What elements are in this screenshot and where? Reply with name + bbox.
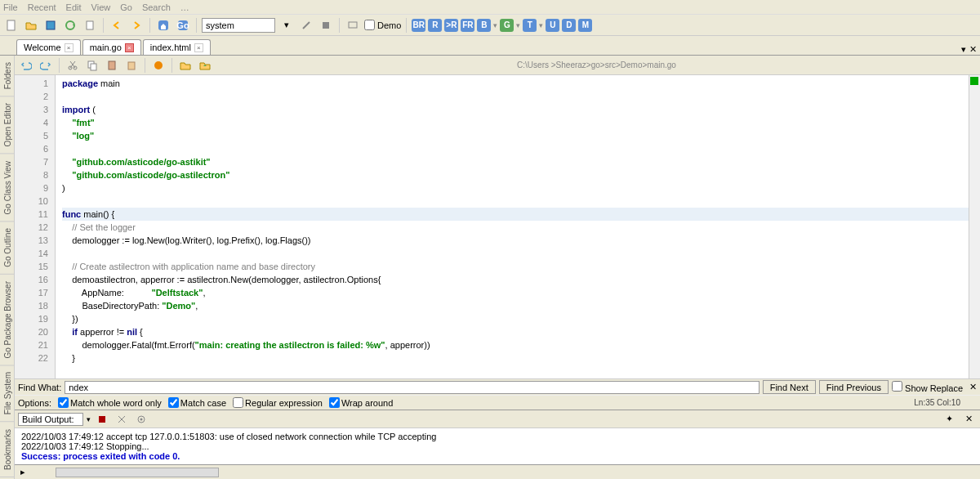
wrap-checkbox[interactable]: Wrap around	[329, 397, 393, 408]
menu-file[interactable]: File	[3, 2, 18, 12]
build-output[interactable]: 2022/10/03 17:49:12 accept tcp 127.0.0.1…	[15, 428, 980, 464]
demo-checkbox[interactable]: Demo	[364, 20, 401, 30]
toolbar-badge-b[interactable]: B	[477, 19, 491, 32]
forward-icon[interactable]	[128, 17, 145, 34]
menu-recent[interactable]: Recent	[28, 2, 56, 12]
close-icon[interactable]: ×	[125, 43, 134, 52]
side-tab-filesystem[interactable]: File System	[0, 365, 14, 422]
show-replace-checkbox[interactable]: Show Replace	[892, 381, 963, 393]
toolbar-badge-d[interactable]: D	[562, 19, 576, 32]
tab-index-html[interactable]: index.html×	[143, 39, 211, 55]
toolbar-badge-m[interactable]: M	[578, 19, 592, 32]
minimap-ruler[interactable]	[969, 75, 980, 378]
paste-icon[interactable]	[104, 57, 120, 74]
build-settings-icon[interactable]	[133, 411, 149, 428]
menubar: File Recent Edit View Go Search …	[0, 0, 980, 15]
svg-rect-3	[87, 21, 93, 29]
new-file-icon[interactable]	[3, 17, 20, 34]
record-icon[interactable]	[150, 57, 167, 74]
tab-label: index.html	[150, 43, 191, 52]
close-icon[interactable]: ×	[65, 43, 74, 52]
collapse-icon[interactable]: ▸	[15, 464, 31, 480]
build-panel-header: ▾ ✦ ✕	[15, 410, 980, 428]
svg-rect-7	[323, 22, 329, 29]
toolbar-badge->r[interactable]: >R	[444, 19, 458, 32]
tab-main-go[interactable]: main.go×	[82, 39, 141, 55]
toolbar-badge-br[interactable]: BR	[412, 19, 425, 32]
toolbar-badge-g[interactable]: G	[500, 19, 514, 32]
find-next-button[interactable]: Find Next	[763, 380, 816, 394]
svg-point-15	[154, 61, 163, 69]
side-tab-bookmarks[interactable]: Bookmarks	[0, 423, 14, 477]
toolbar-badge-u[interactable]: U	[546, 19, 559, 32]
svg-rect-14	[128, 62, 135, 69]
toolbar-badge-t[interactable]: T	[523, 19, 537, 32]
menu-edit[interactable]: Edit	[66, 2, 82, 12]
tab-close-all-icon[interactable]: ✕	[969, 44, 977, 55]
find-input[interactable]	[65, 381, 759, 394]
svg-text:Go: Go	[176, 20, 189, 30]
doc-icon[interactable]	[82, 17, 98, 34]
side-tab-open-editor[interactable]: Open Editor	[0, 96, 14, 154]
stop-icon[interactable]	[318, 17, 334, 34]
redo-icon[interactable]	[38, 57, 54, 74]
code-editor[interactable]: 12345678910111213141516171819202122 pack…	[15, 75, 980, 378]
build-close-icon[interactable]: ✕	[960, 411, 977, 428]
back-icon[interactable]	[109, 17, 125, 34]
save-icon[interactable]	[42, 17, 59, 34]
clipboard-icon[interactable]	[123, 57, 140, 74]
svg-rect-13	[109, 61, 115, 69]
line-gutter: 12345678910111213141516171819202122	[15, 75, 56, 378]
side-tab-folders[interactable]: Folders	[0, 56, 14, 96]
find-bar: Find What: Find Next Find Previous Show …	[15, 378, 980, 395]
match-case-checkbox[interactable]: Match case	[168, 397, 226, 408]
svg-rect-16	[99, 416, 105, 423]
config-combo[interactable]	[202, 18, 275, 33]
breadcrumb: C:\Users >Sheeraz>go>src>Demo>main.go	[216, 60, 977, 69]
undo-icon[interactable]	[18, 57, 34, 74]
menu-more[interactable]: …	[180, 2, 189, 12]
side-tab-outline[interactable]: Go Outline	[0, 222, 14, 275]
copy-icon[interactable]	[84, 57, 100, 74]
build-line: 2022/10/03 17:49:12 accept tcp 127.0.0.1…	[21, 432, 973, 441]
build-output-combo[interactable]	[18, 413, 83, 426]
toolbar-badge-fr[interactable]: FR	[461, 19, 474, 32]
build-pin-icon[interactable]: ✦	[941, 411, 957, 428]
build-stop-icon[interactable]	[94, 411, 110, 428]
find-previous-button[interactable]: Find Previous	[819, 380, 889, 394]
svg-rect-0	[7, 20, 15, 30]
svg-rect-8	[349, 22, 357, 28]
folder-open-icon[interactable]	[177, 57, 194, 74]
menu-search[interactable]: Search	[142, 2, 171, 12]
build-line: Success: process exited with code 0.	[21, 451, 973, 461]
menu-go[interactable]: Go	[120, 2, 132, 12]
find-options: Options: Match whole word only Match cas…	[15, 395, 980, 410]
monitor-icon[interactable]	[345, 17, 361, 34]
side-tab-package[interactable]: Go Package Browser	[0, 275, 14, 366]
svg-rect-12	[91, 64, 96, 70]
wand-icon[interactable]	[298, 17, 314, 34]
cut-icon[interactable]	[65, 57, 81, 74]
code-content[interactable]: package mainimport ( "fmt" "log" "github…	[56, 75, 969, 378]
go-icon[interactable]: Go	[175, 17, 191, 34]
close-find-icon[interactable]: ✕	[969, 382, 977, 392]
whole-word-checkbox[interactable]: Match whole word only	[58, 397, 162, 408]
menu-view[interactable]: View	[91, 2, 111, 12]
toolbar-badge-r[interactable]: R	[428, 19, 442, 32]
side-tab-class-view[interactable]: Go Class View	[0, 154, 14, 222]
open-icon[interactable]	[23, 17, 39, 34]
left-sidebar: Folders Open Editor Go Class View Go Out…	[0, 56, 15, 479]
home-icon[interactable]	[155, 17, 172, 34]
tab-Welcome[interactable]: Welcome×	[16, 39, 81, 55]
options-label: Options:	[18, 398, 51, 408]
tab-menu-icon[interactable]: ▾	[961, 44, 966, 55]
folder-up-icon[interactable]	[197, 57, 213, 74]
horizontal-scrollbar[interactable]	[56, 468, 219, 477]
regex-checkbox[interactable]: Regular expression	[233, 397, 323, 408]
editor-tabs: Welcome×main.go×index.html× ▾ ✕	[0, 36, 980, 56]
build-clear-icon[interactable]	[114, 411, 130, 428]
editor-toolbar: C:\Users >Sheeraz>go>src>Demo>main.go	[15, 56, 980, 75]
close-icon[interactable]: ×	[194, 43, 203, 52]
refresh-icon[interactable]	[62, 17, 78, 34]
dropdown-icon[interactable]: ▾	[278, 17, 295, 34]
